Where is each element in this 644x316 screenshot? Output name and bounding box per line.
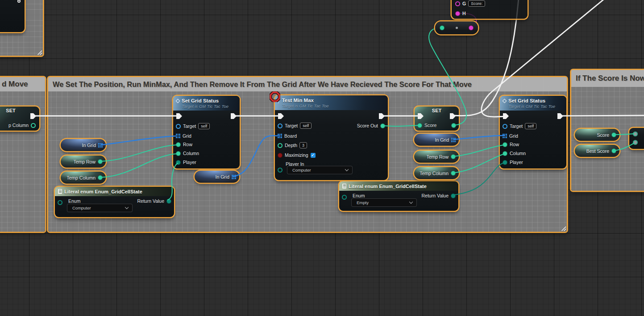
grid-pin-icon[interactable] — [98, 143, 103, 148]
output-pin[interactable] — [98, 159, 103, 164]
input-pin[interactable] — [633, 131, 638, 136]
score-out-pin[interactable] — [451, 123, 456, 128]
self-value-box[interactable]: self — [525, 123, 536, 129]
pin-row-enum-in[interactable] — [58, 199, 62, 205]
maximizing-pin[interactable] — [278, 153, 283, 158]
self-value-box[interactable]: self — [300, 123, 312, 129]
node-set-grid-status-1[interactable]: Set Grid StatusTarget is GM Tic Tac Toe … — [173, 96, 240, 168]
output-pin[interactable] — [451, 171, 456, 176]
exec-out-pin[interactable] — [231, 113, 237, 119]
node-conversion[interactable] — [435, 21, 478, 34]
var-temp-column-1[interactable]: Temp Column — [61, 172, 106, 184]
grid-pin-icon[interactable] — [278, 134, 282, 138]
depth-value-box[interactable]: 3 — [299, 142, 307, 148]
var-in-grid-3[interactable]: In Grid — [414, 134, 459, 146]
exec-in-pin[interactable] — [176, 113, 182, 119]
pin-row-score[interactable]: Score — [417, 122, 436, 128]
pin-row-grid[interactable]: Grid — [503, 133, 518, 139]
node-literal-enum-1[interactable]: Literal enum Enum_GridCellState Enum Com… — [55, 187, 174, 217]
var-in-grid-2[interactable]: In Grid — [195, 171, 239, 183]
player-in-pin[interactable] — [278, 168, 283, 172]
grid-pin-icon[interactable] — [503, 134, 507, 138]
var-score[interactable]: Score — [575, 129, 619, 141]
comment-resize-handle[interactable] — [37, 49, 42, 55]
pin-row-row[interactable]: Row — [503, 141, 519, 148]
exec-out-pin[interactable] — [450, 113, 456, 119]
exec-in-pin[interactable] — [278, 113, 284, 119]
node-partial-top-left[interactable] — [0, 0, 25, 32]
return-value-pin[interactable] — [451, 193, 456, 198]
depth-pin[interactable] — [278, 143, 283, 148]
pin-row-return[interactable]: Return Value — [421, 193, 456, 199]
exec-out-pin[interactable] — [30, 113, 36, 119]
g-value-box[interactable]: Score: — [468, 0, 485, 7]
g-pin[interactable] — [455, 1, 460, 6]
player-pin[interactable] — [176, 160, 181, 165]
grid-pin-icon[interactable] — [451, 138, 456, 142]
pin-row-g[interactable]: G Score: — [455, 0, 485, 7]
exec-out-pin[interactable] — [557, 113, 563, 119]
pin-row-target[interactable]: Target self — [503, 123, 536, 129]
pin-row-target[interactable]: Target self — [176, 123, 210, 129]
var-temp-column-2[interactable]: Temp Column — [414, 167, 459, 179]
score-in-pin[interactable] — [417, 123, 422, 128]
pin-row-score-out[interactable]: Score Out — [357, 123, 385, 129]
player-pin[interactable] — [503, 160, 507, 165]
grid-pin-icon[interactable] — [232, 175, 236, 179]
node-set-grid-status-2[interactable]: Set Grid StatusTarget is GM Tic Tac Toe … — [500, 96, 566, 168]
output-pin[interactable] — [31, 123, 36, 128]
player-in-dropdown[interactable]: Computer — [287, 166, 352, 174]
column-pin[interactable] — [503, 151, 507, 156]
output-pin[interactable] — [611, 148, 616, 153]
return-value-pin[interactable] — [166, 199, 171, 204]
row-pin[interactable] — [176, 142, 181, 147]
enum-in-pin[interactable] — [58, 200, 62, 205]
exec-out-pin[interactable] — [379, 113, 385, 119]
pin-row-h[interactable]: H — [455, 10, 466, 16]
output-pin[interactable] — [98, 175, 103, 180]
output-pin[interactable] — [451, 154, 456, 159]
input-pin[interactable] — [633, 140, 638, 145]
pin-row-target[interactable]: Target self — [278, 123, 312, 129]
node-partial-right[interactable] — [629, 128, 644, 149]
exec-in-pin[interactable] — [418, 113, 424, 119]
pin-row-enum-in[interactable] — [342, 194, 347, 200]
comment-left-title[interactable]: d Move — [0, 77, 45, 91]
output-pin[interactable] — [611, 132, 616, 137]
comment-resize-handle[interactable] — [561, 226, 566, 231]
var-temp-row-1[interactable]: Temp Row — [61, 156, 106, 168]
var-temp-row-2[interactable]: Temp Row — [414, 151, 459, 163]
column-pin[interactable] — [176, 151, 181, 156]
var-in-grid-1[interactable]: In Grid — [61, 139, 106, 151]
h-pin[interactable] — [455, 11, 460, 16]
pin-row-column[interactable]: Column — [503, 150, 526, 156]
pin-row-score-out[interactable] — [451, 122, 456, 128]
self-value-box[interactable]: self — [198, 123, 210, 129]
target-pin[interactable] — [278, 123, 283, 128]
node-set-score[interactable]: SET Score — [415, 107, 459, 131]
pin-row-depth[interactable]: Depth 3 — [278, 142, 307, 148]
pin-row-player[interactable]: Player — [176, 159, 196, 165]
node-test-min-max[interactable]: f Test Min MaxTarget is GM Tic Tac Toe T… — [275, 95, 388, 180]
row-pin[interactable] — [503, 142, 507, 147]
target-pin[interactable] — [176, 124, 181, 129]
pin-row-column[interactable]: Column — [176, 150, 199, 156]
pin-exec[interactable] — [17, 0, 21, 3]
enum-in-pin[interactable] — [342, 195, 347, 200]
input-pin[interactable] — [440, 25, 445, 30]
blueprint-canvas[interactable]: d Move We Set The Position, Run MinMax, … — [0, 0, 644, 316]
comment-right-title[interactable]: If The Score Is Now — [571, 70, 644, 87]
node-literal-enum-2[interactable]: Literal enum Enum_GridCellState Enum Emp… — [339, 181, 458, 211]
score-out-pin[interactable] — [380, 123, 385, 128]
enum-dropdown[interactable]: Computer — [67, 204, 132, 212]
var-best-score[interactable]: Best Score — [575, 145, 619, 157]
node-append-partial[interactable]: G Score: H — [452, 0, 528, 19]
comment-main-title[interactable]: We Set The Position, Run MinMax, And The… — [48, 77, 567, 91]
node-set-temp-column[interactable]: SET p Column — [0, 107, 39, 131]
pin-row-player-in[interactable] — [278, 167, 283, 173]
maximizing-checkbox[interactable]: ✓ — [311, 153, 316, 158]
pin-row-board[interactable]: Board — [278, 133, 297, 139]
pin-row-player[interactable]: Player — [503, 159, 523, 165]
grid-pin-icon[interactable] — [176, 134, 180, 138]
pin-row-row[interactable]: Row — [176, 141, 192, 148]
